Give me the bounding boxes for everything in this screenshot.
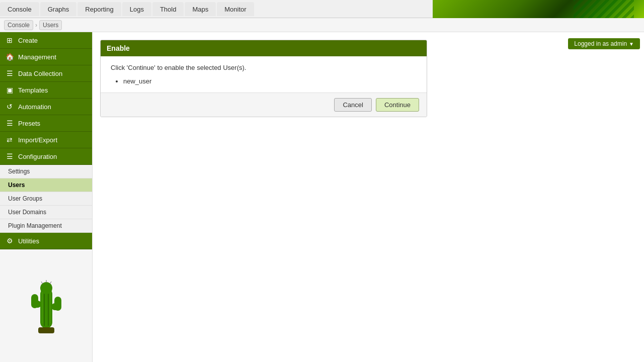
data-collection-icon: ☰ (5, 69, 14, 78)
user-list: new_user (123, 77, 417, 85)
sidebar-sub-items: Settings Users User Groups User Domains … (0, 165, 92, 233)
panel-footer: Cancel Continue (101, 93, 427, 117)
sidebar-label-configuration: Configuration (18, 153, 57, 160)
sidebar-item-create[interactable]: ⊞ Create (0, 32, 92, 49)
tab-reporting[interactable]: Reporting (77, 2, 121, 16)
logo (433, 0, 644, 18)
sidebar-label-create: Create (18, 37, 38, 44)
templates-icon: ▣ (5, 85, 14, 95)
management-icon: 🏠 (5, 52, 14, 61)
sidebar-label-templates: Templates (18, 86, 48, 94)
sidebar-item-presets[interactable]: ☰ Presets (0, 115, 92, 132)
auth-dropdown-arrow: ▼ (629, 41, 634, 47)
presets-icon: ☰ (5, 119, 14, 128)
sidebar-sub-settings[interactable]: Settings (0, 165, 92, 178)
panel-body: Click 'Continue' to enable the selected … (101, 56, 427, 93)
sidebar-sub-user-groups[interactable]: User Groups (0, 192, 92, 206)
automation-icon: ↺ (5, 102, 14, 111)
tab-monitor[interactable]: Monitor (217, 2, 254, 16)
create-icon: ⊞ (5, 36, 14, 45)
sidebar-sub-users[interactable]: Users (0, 178, 92, 192)
sidebar-label-utilities: Utilities (18, 237, 39, 245)
cancel-button[interactable]: Cancel (334, 98, 371, 112)
svg-rect-7 (38, 327, 54, 333)
top-nav: Console Graphs Reporting Logs Thold Maps… (0, 0, 644, 18)
sidebar-item-templates[interactable]: ▣ Templates (0, 82, 92, 99)
sidebar-label-automation: Automation (18, 103, 51, 111)
sidebar-sub-user-domains[interactable]: User Domains (0, 206, 92, 219)
auth-label: Logged in as admin (574, 40, 627, 47)
tab-maps[interactable]: Maps (185, 2, 216, 16)
sidebar-label-presets: Presets (18, 120, 40, 127)
configuration-icon: ☰ (5, 152, 14, 161)
tab-graphs[interactable]: Graphs (40, 2, 77, 16)
sidebar-label-management: Management (18, 53, 56, 61)
utilities-icon: ⚙ (5, 236, 14, 245)
sidebar-sub-plugin-management[interactable]: Plugin Management (0, 219, 92, 233)
cactus-image (26, 273, 66, 338)
breadcrumb-users[interactable]: Users (39, 20, 62, 30)
sidebar-item-management[interactable]: 🏠 Management (0, 49, 92, 65)
sidebar-item-utilities[interactable]: ⚙ Utilities (0, 233, 92, 249)
breadcrumb: Console › Users Logged in as admin ▼ (0, 18, 644, 32)
sidebar: ⊞ Create 🏠 Management ☰ Data Collection … (0, 32, 93, 362)
enable-panel: Enable Click 'Continue' to enable the se… (100, 40, 427, 117)
svg-line-11 (50, 282, 51, 284)
tab-console[interactable]: Console (0, 2, 39, 16)
sidebar-label-data-collection: Data Collection (18, 70, 62, 77)
content-area: Enable Click 'Continue' to enable the se… (93, 32, 644, 362)
panel-description: Click 'Continue' to enable the selected … (111, 64, 417, 71)
import-export-icon: ⇄ (5, 135, 14, 144)
sidebar-item-configuration[interactable]: ☰ Configuration (0, 148, 92, 165)
cactus-area (0, 249, 92, 362)
continue-button[interactable]: Continue (376, 98, 419, 112)
tab-logs[interactable]: Logs (122, 2, 151, 16)
auth-badge[interactable]: Logged in as admin ▼ (568, 38, 640, 49)
list-item: new_user (123, 77, 417, 85)
breadcrumb-console[interactable]: Console (4, 20, 33, 30)
svg-rect-2 (31, 294, 38, 308)
breadcrumb-separator: › (35, 22, 37, 29)
panel-header: Enable (101, 40, 427, 56)
sidebar-item-data-collection[interactable]: ☰ Data Collection (0, 65, 92, 82)
sidebar-item-import-export[interactable]: ⇄ Import/Export (0, 132, 92, 148)
sidebar-item-automation[interactable]: ↺ Automation (0, 99, 92, 115)
tab-thold[interactable]: Thold (152, 2, 184, 16)
svg-line-10 (41, 282, 43, 284)
svg-rect-4 (54, 297, 61, 311)
main-layout: ⊞ Create 🏠 Management ☰ Data Collection … (0, 32, 644, 362)
sidebar-label-import-export: Import/Export (18, 136, 57, 144)
